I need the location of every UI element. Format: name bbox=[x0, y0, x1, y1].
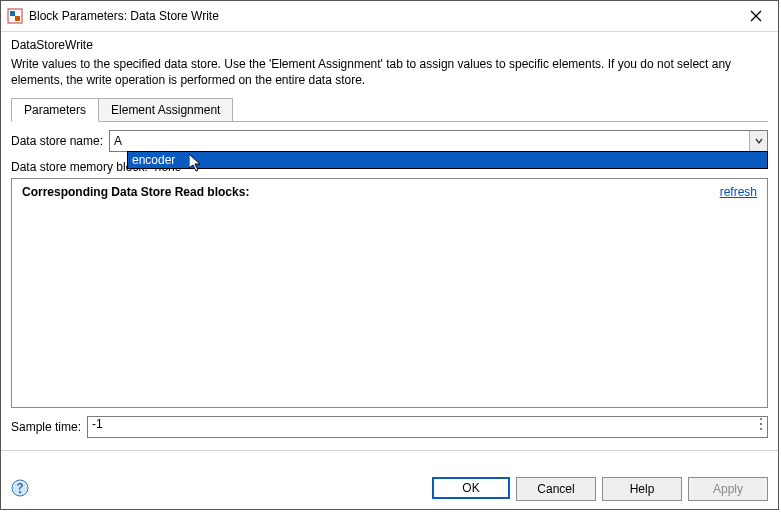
dropdown-option-label: encoder bbox=[132, 153, 175, 167]
sample-time-input[interactable]: -1 bbox=[87, 416, 768, 438]
data-store-name-combo[interactable]: A bbox=[109, 130, 768, 152]
sample-time-row: Sample time: -1 bbox=[11, 416, 768, 438]
dialog-body: DataStoreWrite Write values to the speci… bbox=[1, 32, 778, 477]
svg-point-6 bbox=[760, 418, 762, 420]
svg-rect-1 bbox=[10, 11, 15, 16]
vertical-dots-icon bbox=[759, 417, 763, 431]
block-description: Write values to the specified data store… bbox=[11, 56, 768, 88]
tab-parameters-label: Parameters bbox=[24, 103, 86, 117]
apply-label: Apply bbox=[713, 482, 743, 496]
help-label: Help bbox=[630, 482, 655, 496]
dropdown-option-encoder[interactable]: encoder bbox=[128, 152, 767, 168]
ok-label: OK bbox=[462, 481, 479, 495]
footer: OK Cancel Help Apply bbox=[1, 477, 778, 509]
help-button[interactable]: Help bbox=[602, 477, 682, 501]
apply-button[interactable]: Apply bbox=[688, 477, 768, 501]
sample-time-more-button[interactable] bbox=[759, 417, 763, 437]
cancel-button[interactable]: Cancel bbox=[516, 477, 596, 501]
sample-time-value: -1 bbox=[92, 417, 103, 431]
separator bbox=[1, 450, 778, 451]
dialog-window: Block Parameters: Data Store Write DataS… bbox=[0, 0, 779, 510]
data-store-name-row: Data store name: A encoder bbox=[11, 130, 768, 152]
tab-parameters[interactable]: Parameters bbox=[11, 98, 99, 122]
corresponding-reads-label: Corresponding Data Store Read blocks: bbox=[22, 185, 249, 199]
data-store-name-dropdown-button[interactable] bbox=[749, 131, 767, 151]
data-store-name-dropdown[interactable]: encoder bbox=[127, 151, 768, 169]
svg-rect-2 bbox=[15, 16, 20, 21]
ok-button[interactable]: OK bbox=[432, 477, 510, 499]
help-icon bbox=[11, 479, 29, 497]
tabs: Parameters Element Assignment bbox=[11, 98, 768, 122]
tab-element-assignment[interactable]: Element Assignment bbox=[99, 98, 233, 122]
sample-time-label: Sample time: bbox=[11, 420, 81, 434]
tab-element-assignment-label: Element Assignment bbox=[111, 103, 220, 117]
app-icon bbox=[7, 8, 23, 24]
close-button[interactable] bbox=[733, 1, 778, 31]
data-store-name-label: Data store name: bbox=[11, 134, 103, 148]
titlebar: Block Parameters: Data Store Write bbox=[1, 1, 778, 32]
corresponding-reads-box: Corresponding Data Store Read blocks: re… bbox=[11, 178, 768, 408]
cancel-label: Cancel bbox=[537, 482, 574, 496]
footer-buttons: OK Cancel Help Apply bbox=[432, 477, 768, 501]
block-type-heading: DataStoreWrite bbox=[11, 38, 768, 52]
close-icon bbox=[750, 10, 762, 22]
svg-point-8 bbox=[760, 428, 762, 430]
data-store-name-value: A bbox=[110, 131, 749, 151]
refresh-label: refresh bbox=[720, 185, 757, 199]
tab-panel-parameters: Data store name: A encoder bbox=[11, 121, 768, 442]
svg-point-7 bbox=[760, 423, 762, 425]
refresh-link[interactable]: refresh bbox=[720, 185, 757, 199]
help-icon-button[interactable] bbox=[11, 479, 31, 499]
window-title: Block Parameters: Data Store Write bbox=[29, 9, 219, 23]
chevron-down-icon bbox=[755, 137, 763, 145]
